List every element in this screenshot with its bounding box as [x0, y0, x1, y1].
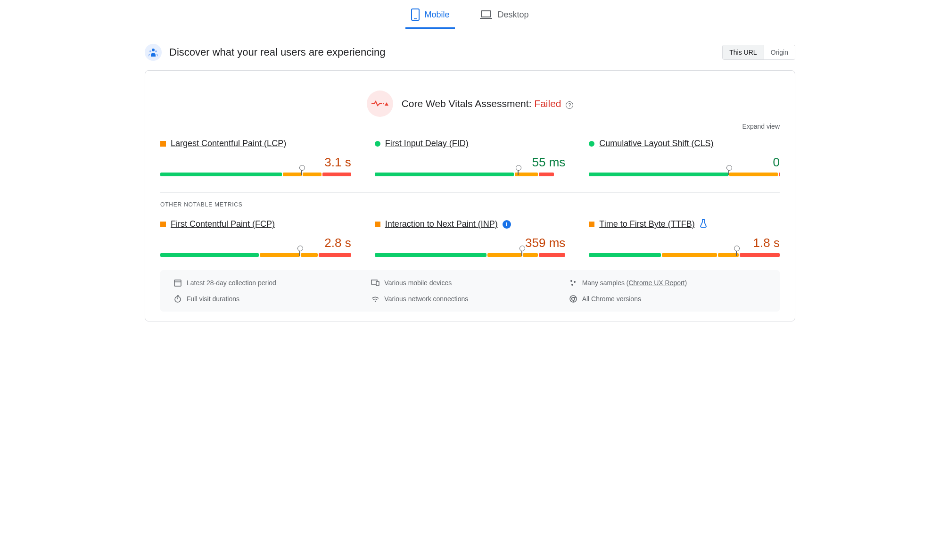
svg-point-6	[155, 50, 157, 52]
page-title: Discover what your real users are experi…	[169, 46, 722, 58]
flask-icon	[700, 219, 707, 229]
svg-point-7	[382, 103, 383, 104]
footer-devices: Various mobile devices	[384, 279, 452, 287]
field-data-card: Core Web Vitals Assessment: Failed ? Exp…	[145, 70, 795, 321]
metric-inp-bar	[375, 253, 566, 257]
metric-fid-value: 55 ms	[375, 148, 566, 172]
metric-lcp-value: 3.1 s	[160, 148, 351, 172]
svg-rect-11	[376, 281, 379, 286]
status-square-icon	[160, 141, 166, 147]
footer-samples: Many samples (Chrome UX Report)	[582, 279, 687, 287]
smartphone-icon	[411, 8, 420, 21]
assessment-text: Core Web Vitals Assessment: Failed ?	[402, 98, 574, 109]
users-icon	[145, 44, 162, 61]
devices-icon	[371, 279, 379, 287]
tab-desktop-label: Desktop	[497, 10, 528, 20]
status-dot-icon	[589, 141, 594, 147]
metric-fcp-value: 2.8 s	[160, 229, 351, 252]
other-metrics-heading: OTHER NOTABLE METRICS	[160, 201, 780, 208]
metric-inp: Interaction to Next Paint (INP)i 359 ms	[375, 219, 566, 257]
status-square-icon	[160, 222, 166, 227]
svg-point-4	[152, 49, 155, 51]
metric-cls-value: 0	[589, 148, 780, 172]
status-square-icon	[589, 222, 594, 227]
tab-mobile[interactable]: Mobile	[405, 8, 455, 29]
metric-fcp-name[interactable]: First Contentful Paint (FCP)	[171, 219, 275, 229]
metric-ttfb: Time to First Byte (TTFB) 1.8 s	[589, 219, 780, 257]
metric-cls-bar	[589, 173, 780, 176]
info-icon[interactable]: i	[503, 220, 511, 229]
stopwatch-icon	[173, 295, 182, 303]
svg-point-5	[149, 50, 151, 52]
metric-inp-value: 359 ms	[375, 229, 566, 252]
status-dot-icon	[375, 141, 380, 147]
footer-network: Various network connections	[384, 295, 468, 303]
device-tabs: Mobile Desktop	[145, 0, 795, 29]
assessment-result: Failed	[534, 98, 561, 109]
metric-cls-name[interactable]: Cumulative Layout Shift (CLS)	[599, 139, 713, 148]
footer-durations: Full visit durations	[187, 295, 239, 303]
network-icon	[371, 295, 379, 303]
tab-mobile-label: Mobile	[424, 10, 449, 20]
metric-lcp-name[interactable]: Largest Contentful Paint (LCP)	[171, 139, 286, 148]
svg-point-12	[570, 280, 572, 282]
svg-point-14	[571, 284, 573, 286]
laptop-icon	[479, 10, 493, 19]
chrome-icon	[569, 295, 577, 303]
scope-segmented: This URL Origin	[722, 45, 795, 60]
metric-ttfb-name[interactable]: Time to First Byte (TTFB)	[599, 219, 694, 229]
metric-fcp: First Contentful Paint (FCP) 2.8 s	[160, 219, 351, 257]
metric-lcp: Largest Contentful Paint (LCP) 3.1 s	[160, 139, 351, 176]
calendar-icon	[173, 279, 182, 287]
tab-desktop[interactable]: Desktop	[474, 8, 534, 29]
metric-fid-name[interactable]: First Input Delay (FID)	[385, 139, 469, 148]
metric-cls: Cumulative Layout Shift (CLS) 0	[589, 139, 780, 176]
svg-point-18	[375, 301, 376, 302]
svg-point-13	[574, 281, 576, 283]
footer-period: Latest 28-day collection period	[187, 279, 276, 287]
svg-rect-8	[174, 280, 181, 286]
metric-fid-bar	[375, 173, 566, 176]
svg-rect-3	[480, 18, 492, 19]
svg-rect-1	[414, 18, 417, 19]
help-icon[interactable]: ?	[566, 101, 573, 109]
metric-ttfb-bar	[589, 253, 780, 257]
assessment-prefix: Core Web Vitals Assessment:	[402, 98, 535, 109]
status-square-icon	[375, 222, 380, 227]
scope-this-url[interactable]: This URL	[723, 45, 763, 59]
footer-versions: All Chrome versions	[582, 295, 641, 303]
metric-fcp-bar	[160, 253, 351, 257]
chrome-ux-report-link[interactable]: Chrome UX Report	[628, 279, 684, 287]
metric-inp-name[interactable]: Interaction to Next Paint (INP)	[385, 219, 498, 229]
footer-info: Latest 28-day collection period Various …	[160, 270, 780, 312]
metric-lcp-bar	[160, 173, 351, 176]
svg-rect-2	[481, 11, 491, 17]
assessment-status-icon	[367, 91, 393, 117]
scatter-icon	[569, 279, 577, 287]
expand-view-button[interactable]: Expand view	[160, 121, 780, 139]
metric-ttfb-value: 1.8 s	[589, 229, 780, 252]
scope-origin[interactable]: Origin	[764, 45, 795, 59]
metric-fid: First Input Delay (FID) 55 ms	[375, 139, 566, 176]
